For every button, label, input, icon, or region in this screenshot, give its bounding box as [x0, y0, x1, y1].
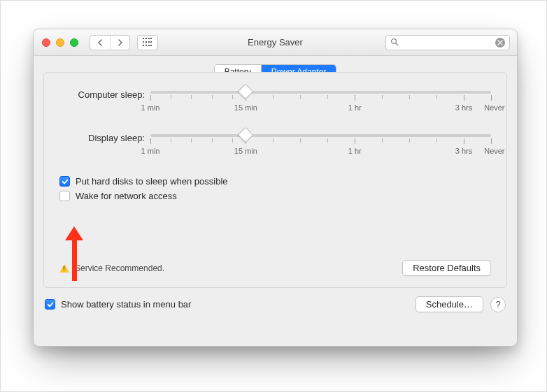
search-input[interactable] — [402, 37, 485, 48]
help-label: ? — [495, 299, 500, 310]
close-window-button[interactable] — [42, 38, 50, 47]
svg-line-1 — [396, 43, 398, 45]
slider-tick-labels: 1 min 15 min 1 hr 3 hrs Never — [150, 103, 491, 115]
show-battery-status-checkbox[interactable] — [45, 299, 55, 310]
nav-back-button[interactable] — [90, 36, 110, 50]
hard-disks-sleep-checkbox[interactable] — [59, 176, 70, 187]
show-battery-status-label: Show battery status in menu bar — [61, 299, 191, 310]
tick-label: Never — [484, 147, 504, 155]
options-checks: Put hard disks to sleep when possible Wa… — [59, 176, 491, 201]
tick-label: 3 hrs — [455, 147, 472, 155]
computer-sleep-slider[interactable]: 1 min 15 min 1 hr 3 hrs Never — [150, 89, 491, 115]
grid-icon — [143, 38, 152, 48]
canvas: Energy Saver Battery Power Ad — [0, 0, 547, 392]
help-button[interactable]: ? — [490, 297, 506, 312]
footer-row: Show battery status in menu bar Schedule… — [43, 295, 507, 314]
show-all-button[interactable] — [137, 35, 158, 50]
chevron-left-icon — [97, 39, 103, 46]
restore-defaults-button[interactable]: Restore Defaults — [402, 260, 491, 276]
button-label: Schedule… — [426, 299, 473, 310]
spacer — [59, 205, 491, 256]
search-field[interactable] — [385, 35, 510, 50]
warning-icon — [59, 264, 69, 273]
wake-network-label: Wake for network access — [76, 191, 177, 201]
titlebar: Energy Saver — [34, 29, 517, 56]
service-status: Service Recommended. — [59, 263, 164, 273]
minimize-window-button[interactable] — [56, 38, 64, 47]
tick-label: 15 min — [234, 103, 257, 112]
checkmark-icon — [47, 301, 54, 308]
footer-right: Schedule… ? — [415, 296, 506, 312]
wake-network-checkbox[interactable] — [59, 191, 70, 201]
slider-track — [150, 134, 491, 137]
tick-label: Never — [484, 103, 504, 112]
zoom-window-button[interactable] — [70, 38, 78, 47]
service-row: Service Recommended. Restore Defaults — [59, 260, 491, 276]
tick-label: 1 hr — [348, 103, 362, 112]
checkmark-icon — [62, 178, 69, 185]
slider-tick-labels: 1 min 15 min 1 hr 3 hrs Never — [150, 147, 491, 158]
service-text: Service Recommended. — [75, 263, 164, 273]
tick-label: 1 hr — [348, 147, 362, 155]
display-sleep-row: Display sleep: — [59, 133, 491, 158]
settings-pane: Computer sleep: — [43, 72, 507, 288]
hard-disks-sleep-row: Put hard disks to sleep when possible — [59, 176, 491, 187]
search-icon — [390, 38, 399, 48]
nav-back-forward — [90, 35, 130, 50]
slider-track — [150, 91, 491, 94]
tick-label: 15 min — [234, 147, 257, 155]
window-controls — [42, 38, 78, 47]
window-body: Battery Power Adapter Computer sleep: — [34, 56, 517, 322]
tick-label: 3 hrs — [455, 103, 472, 112]
tick-label: 1 min — [141, 147, 160, 155]
hard-disks-sleep-label: Put hard disks to sleep when possible — [76, 176, 228, 187]
prefs-window: Energy Saver Battery Power Ad — [33, 29, 518, 347]
computer-sleep-row: Computer sleep: — [59, 89, 491, 115]
display-sleep-slider[interactable]: 1 min 15 min 1 hr 3 hrs Never — [150, 133, 491, 158]
wake-network-row: Wake for network access — [59, 191, 491, 201]
show-battery-status-row: Show battery status in menu bar — [45, 299, 191, 310]
chevron-right-icon — [118, 39, 123, 46]
display-sleep-label: Display sleep: — [59, 133, 150, 143]
clear-search-button[interactable] — [495, 38, 505, 48]
computer-sleep-label: Computer sleep: — [59, 89, 150, 100]
schedule-button[interactable]: Schedule… — [415, 296, 483, 312]
slider-ticks — [150, 138, 491, 144]
nav-forward-button[interactable] — [110, 36, 129, 50]
x-icon — [497, 40, 503, 45]
button-label: Restore Defaults — [413, 263, 481, 273]
slider-ticks — [150, 95, 491, 101]
tick-label: 1 min — [141, 103, 160, 112]
